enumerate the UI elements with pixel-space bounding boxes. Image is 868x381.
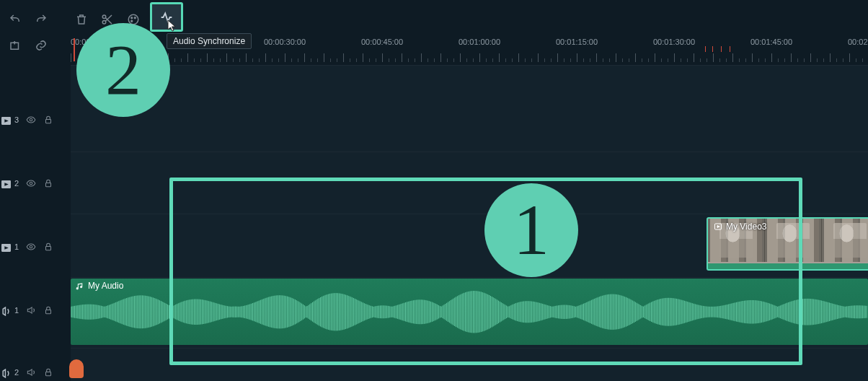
secondary-toolbar <box>7 38 49 53</box>
track-number: 1 <box>14 242 19 251</box>
annotation-badge-2: 2 <box>76 23 170 117</box>
visibility-toggle-icon[interactable] <box>26 115 36 125</box>
ruler-label: 00:01:00:00 <box>459 38 500 46</box>
ruler-label: 00:00:30:00 <box>264 38 306 46</box>
track-headers: 3 2 1 1 2 <box>0 65 71 381</box>
lock-icon[interactable] <box>43 178 53 188</box>
audio-clip-myaudio[interactable]: My Audio <box>71 279 868 345</box>
track-head-audio-2[interactable]: 2 <box>1 364 53 381</box>
play-icon <box>714 222 722 231</box>
svg-point-14 <box>30 245 32 248</box>
ruler-label: 00:01:15:00 <box>556 38 598 46</box>
track-number: 1 <box>14 306 19 315</box>
svg-point-5 <box>131 20 133 22</box>
add-track-icon[interactable] <box>7 38 23 53</box>
svg-rect-9 <box>46 119 51 123</box>
track-number: 2 <box>14 368 19 377</box>
audio-track-icon <box>1 368 11 377</box>
svg-rect-15 <box>46 246 51 250</box>
visibility-toggle-icon[interactable] <box>26 242 36 252</box>
playhead-marker[interactable] <box>74 38 75 61</box>
ruler-label: 00:00:45:00 <box>361 38 403 46</box>
audio-synchronize-button[interactable] <box>150 2 183 32</box>
svg-point-3 <box>131 17 133 19</box>
track-number: 3 <box>14 115 19 124</box>
ruler-label: 00:02 <box>848 38 868 46</box>
audio-clip-handle[interactable] <box>69 359 84 378</box>
svg-rect-12 <box>46 183 51 186</box>
redo-icon[interactable] <box>33 12 49 27</box>
ruler-label: 00:01:30:00 <box>653 38 695 46</box>
svg-point-4 <box>134 17 136 19</box>
lock-icon[interactable] <box>43 367 53 377</box>
track-head-video-1[interactable]: 1 <box>1 238 53 255</box>
svg-rect-16 <box>46 310 51 313</box>
track-head-video-3[interactable]: 3 <box>1 111 53 128</box>
video-track-icon <box>1 179 11 188</box>
mute-toggle-icon[interactable] <box>26 367 36 377</box>
link-icon[interactable] <box>33 38 49 53</box>
lock-icon[interactable] <box>43 305 53 315</box>
clip-title: My Video3 <box>726 222 766 232</box>
svg-point-1 <box>102 21 106 25</box>
clip-label: My Video3 <box>714 222 766 232</box>
ruler-label: 00:01:45:00 <box>750 38 792 46</box>
undo-icon[interactable] <box>7 12 23 27</box>
mute-toggle-icon[interactable] <box>26 305 36 315</box>
lock-icon[interactable] <box>43 242 53 252</box>
waveform <box>71 289 868 336</box>
audio-track-icon <box>1 306 11 315</box>
track-head-video-2[interactable]: 2 <box>1 175 53 192</box>
svg-rect-17 <box>46 372 51 375</box>
track-number: 2 <box>14 179 19 188</box>
timeline-ruler[interactable]: 00:00 00:00:30:00 00:00:45:00 00:01:00:0… <box>71 38 868 64</box>
lock-icon[interactable] <box>43 115 53 125</box>
video-track-icon <box>1 115 11 125</box>
ruler-labels: 00:00 00:00:30:00 00:00:45:00 00:01:00:0… <box>71 38 868 48</box>
video-track-icon <box>1 242 11 252</box>
svg-point-0 <box>102 15 106 19</box>
annotation-badge-1: 1 <box>484 183 578 277</box>
visibility-toggle-icon[interactable] <box>26 178 36 188</box>
delete-icon[interactable] <box>74 12 89 27</box>
timeline-tracks[interactable]: My Video3 My Audio <box>71 65 868 381</box>
video-clip-myvideo3[interactable]: My Video3 <box>707 217 868 271</box>
svg-point-8 <box>30 118 32 121</box>
track-head-audio-1[interactable]: 1 <box>1 302 53 319</box>
svg-point-11 <box>30 182 32 185</box>
